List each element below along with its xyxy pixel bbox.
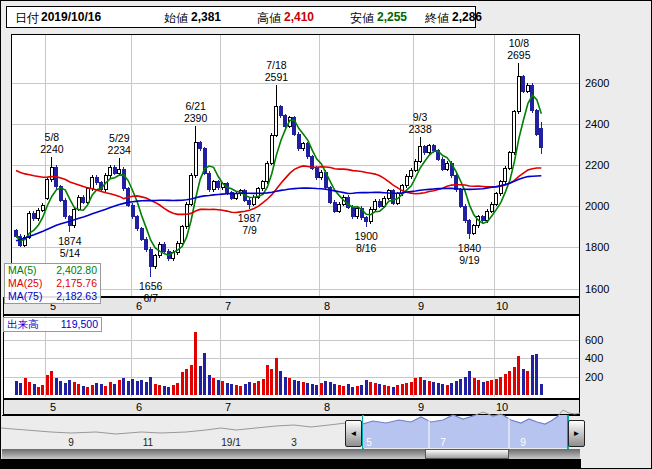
- volume-value: 119,500: [61, 318, 98, 331]
- ma75-value: 2,182.63: [56, 290, 97, 303]
- ma75-label: MA(75): [8, 290, 42, 303]
- trough-annotation: 18409/19: [446, 242, 492, 266]
- navigator-selection-label: 7: [440, 437, 446, 448]
- month-tick: 8: [324, 401, 330, 413]
- month-tick: 10: [496, 300, 508, 312]
- month-tick: 7: [225, 300, 231, 312]
- peak-annotation: 5/292234: [96, 132, 142, 156]
- ma5-label: MA(5): [8, 264, 37, 277]
- month-tick: 7: [225, 401, 231, 413]
- peak-annotation: 5/82240: [29, 131, 75, 155]
- quote-header: 日付 2019/10/16 始値 2,381 高値 2,410 安値 2,255…: [6, 6, 476, 28]
- scrollbar-thumb[interactable]: [425, 449, 509, 459]
- price-axis-tick: 2000: [585, 200, 609, 212]
- stock-chart-window: 日付 2019/10/16 始値 2,381 高値 2,410 安値 2,255…: [0, 0, 652, 469]
- navigator-selection-label: 9: [520, 437, 526, 448]
- high-label: 高値: [257, 10, 281, 27]
- price-axis-tick: 1800: [585, 241, 609, 253]
- navigator-month-label: 19/1: [221, 437, 240, 448]
- range-start-marker[interactable]: [362, 415, 364, 449]
- close-value: 2,286: [452, 10, 482, 24]
- date-value: 2019/10/16: [41, 10, 101, 24]
- volume-x-axis: [3, 399, 580, 415]
- price-axis-tick: 2400: [585, 118, 609, 130]
- bottom-border-bar: [1, 459, 581, 469]
- trough-annotation: 18745/14: [47, 235, 93, 259]
- trough-annotation: 19008/16: [343, 230, 389, 254]
- month-tick: 9: [418, 300, 424, 312]
- trough-annotation: 19877/9: [226, 212, 272, 236]
- navigator-selection-label: 5: [366, 437, 372, 448]
- month-tick: 6: [136, 401, 142, 413]
- peak-annotation: 9/32338: [397, 111, 443, 135]
- month-tick: 5: [50, 401, 56, 413]
- month-tick: 10: [496, 401, 508, 413]
- low-label: 安値: [350, 10, 374, 27]
- peak-annotation: 6/212390: [173, 100, 219, 124]
- price-axis-tick: 2600: [585, 77, 609, 89]
- date-label: 日付: [15, 10, 39, 27]
- volume-axis-tick: 600: [585, 334, 603, 346]
- volume-axis-tick: 200: [585, 371, 603, 383]
- high-value: 2,410: [284, 10, 314, 24]
- price-axis-tick: 2200: [585, 159, 609, 171]
- volume-legend: 出来高 119,500: [3, 317, 102, 332]
- volume-label: 出来高: [7, 318, 39, 331]
- ma5-value: 2,402.80: [56, 264, 97, 277]
- ma-legend: MA(5)2,402.80 MA(25)2,175.76 MA(75)2,182…: [4, 263, 101, 304]
- ma25-value: 2,175.76: [56, 277, 97, 290]
- trough-annotation: 16566/7: [128, 280, 174, 304]
- navigator-month-label: 3: [291, 437, 297, 448]
- price-axis-tick: 1600: [585, 283, 609, 295]
- open-value: 2,381: [191, 10, 221, 24]
- low-value: 2,255: [377, 10, 407, 24]
- navigator-month-label: 9: [68, 437, 74, 448]
- scroll-right-button[interactable]: ►: [568, 420, 585, 447]
- navigator-scrollbar[interactable]: [2, 449, 580, 459]
- peak-annotation: 10/82695: [496, 37, 542, 61]
- navigator-month-label: 11: [143, 437, 153, 448]
- peak-annotation: 7/182591: [253, 59, 299, 83]
- close-label: 終値: [425, 10, 449, 27]
- month-tick: 8: [324, 300, 330, 312]
- volume-axis-tick: 400: [585, 352, 603, 364]
- ma25-label: MA(25): [8, 277, 42, 290]
- open-label: 始値: [164, 10, 188, 27]
- scroll-left-button[interactable]: ◄: [345, 420, 362, 447]
- month-tick: 9: [418, 401, 424, 413]
